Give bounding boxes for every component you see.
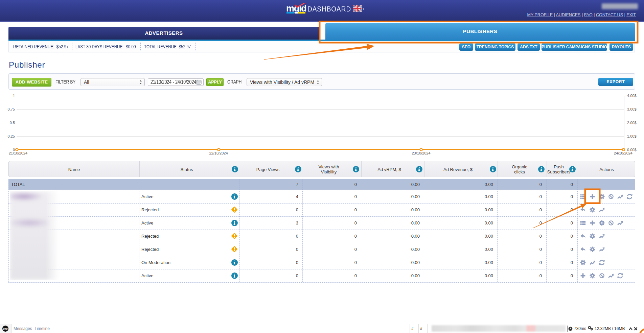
svg-text:php: php	[3, 328, 8, 330]
